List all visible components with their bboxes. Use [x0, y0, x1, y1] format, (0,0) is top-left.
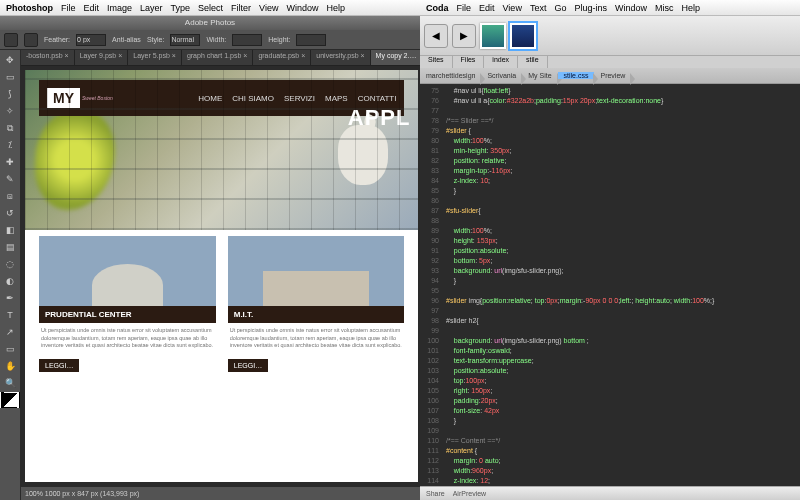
menu-item[interactable]: Filter: [231, 3, 251, 13]
doc-tab[interactable]: Layer 9.psb ×: [75, 50, 129, 65]
mode-tab[interactable]: Sites: [420, 56, 453, 68]
width-label: Width:: [206, 36, 226, 43]
menu-item[interactable]: Layer: [140, 3, 163, 13]
dodge-tool-icon[interactable]: ◐: [0, 273, 20, 289]
airpreview-button[interactable]: AirPreview: [453, 490, 486, 497]
nav-link: HOME: [198, 94, 222, 103]
status-bar: 100% 1000 px x 847 px (143,993 px): [21, 486, 422, 500]
menu-item[interactable]: Window: [286, 3, 318, 13]
height-label: Height:: [268, 36, 290, 43]
website-mock: MY Sweet Boston HOME CHI SIAMO SERVIZI M…: [25, 70, 418, 482]
forward-button[interactable]: ▶: [452, 24, 476, 48]
swatches-icon[interactable]: [0, 392, 20, 408]
code-editor[interactable]: 75 76 77 78 79 80 81 82 83 84 85 86 87 8…: [420, 84, 800, 486]
back-button[interactable]: ◀: [424, 24, 448, 48]
menu-item[interactable]: Text: [530, 3, 547, 13]
menu-item[interactable]: Help: [326, 3, 345, 13]
crumb-current[interactable]: stile.css: [558, 72, 595, 79]
menu-item[interactable]: Go: [554, 3, 566, 13]
eraser-tool-icon[interactable]: ◧: [0, 222, 20, 238]
menu-item[interactable]: Help: [681, 3, 700, 13]
doc-tab[interactable]: university.psb ×: [311, 50, 370, 65]
doc-tab[interactable]: -boston.psb ×: [21, 50, 75, 65]
menu-item[interactable]: View: [503, 3, 522, 13]
site-logo: MY: [47, 88, 80, 108]
window-title: Adobe Photos: [0, 16, 420, 30]
history-brush-icon[interactable]: ↺: [0, 205, 20, 221]
card-title: M.I.T.: [228, 306, 405, 323]
file-thumb-css[interactable]: [510, 23, 536, 49]
move-tool-icon[interactable]: ✥: [0, 52, 20, 68]
doc-tab[interactable]: My copy 2.…: [371, 50, 423, 65]
pen-tool-icon[interactable]: ✒: [0, 290, 20, 306]
hand-tool-icon[interactable]: ✋: [0, 358, 20, 374]
brush-tool-icon[interactable]: ✎: [0, 171, 20, 187]
mode-tab[interactable]: index: [484, 56, 518, 68]
nav-link: MAPS: [325, 94, 348, 103]
style-select[interactable]: [170, 34, 200, 46]
lasso-tool-icon[interactable]: ⟆: [0, 86, 20, 102]
site-tagline: Sweet Boston: [82, 95, 113, 101]
marquee-tool-icon[interactable]: [24, 33, 38, 47]
gradient-tool-icon[interactable]: ▤: [0, 239, 20, 255]
doc-tab[interactable]: graduate.psb ×: [253, 50, 311, 65]
nav-link: SERVIZI: [284, 94, 315, 103]
document-tabs: -boston.psb × Layer 9.psb × Layer 5.psb …: [21, 50, 422, 66]
card-text: Ut perspiciatis unde omnis iste natus er…: [39, 323, 216, 354]
path-bar: marchettidesign Scrivania My Site stile.…: [420, 68, 800, 84]
menu-item[interactable]: Type: [171, 3, 191, 13]
photoshop-menubar[interactable]: Photoshop File Edit Image Layer Type Sel…: [0, 0, 420, 16]
crumb[interactable]: My Site: [522, 72, 557, 79]
nav-link: CONTATTI: [358, 94, 397, 103]
crop-tool-icon[interactable]: ⧉: [0, 120, 20, 136]
type-tool-icon[interactable]: T: [0, 307, 20, 323]
ps-logo-icon: [4, 33, 18, 47]
share-button[interactable]: Share: [426, 490, 445, 497]
menu-item[interactable]: Misc: [655, 3, 674, 13]
tool-palette: ✥ ▭ ⟆ ✧ ⧉ ⁒ ✚ ✎ ⧇ ↺ ◧ ▤ ◌ ◐ ✒ T ↗ ▭ ✋ 🔍: [0, 50, 21, 500]
height-input[interactable]: [296, 34, 326, 46]
crumb-preview[interactable]: Preview: [594, 72, 631, 79]
heal-tool-icon[interactable]: ✚: [0, 154, 20, 170]
coda-toolbar: ◀ ▶: [420, 16, 800, 56]
shape-tool-icon[interactable]: ▭: [0, 341, 20, 357]
coda-menubar[interactable]: Coda File Edit View Text Go Plug-ins Win…: [420, 0, 800, 16]
wand-tool-icon[interactable]: ✧: [0, 103, 20, 119]
antialias-label[interactable]: Anti-alias: [112, 36, 141, 43]
menu-item[interactable]: View: [259, 3, 278, 13]
crumb[interactable]: marchettidesign: [420, 72, 481, 79]
marquee-tool-icon[interactable]: ▭: [0, 69, 20, 85]
doc-tab[interactable]: graph chart 1.psb ×: [182, 50, 254, 65]
code-area[interactable]: #nav ul li{float:left} #nav ul li a{colo…: [442, 84, 800, 486]
stamp-tool-icon[interactable]: ⧇: [0, 188, 20, 204]
file-thumb-html[interactable]: [480, 23, 506, 49]
doc-tab[interactable]: Layer 5.psb ×: [128, 50, 182, 65]
mode-tab[interactable]: stile: [518, 56, 547, 68]
mode-tab[interactable]: Files: [453, 56, 485, 68]
eyedropper-tool-icon[interactable]: ⁒: [0, 137, 20, 153]
nav-link: CHI SIAMO: [232, 94, 274, 103]
menu-item[interactable]: Select: [198, 3, 223, 13]
menu-item[interactable]: Window: [615, 3, 647, 13]
blur-tool-icon[interactable]: ◌: [0, 256, 20, 272]
app-name: Photoshop: [6, 3, 53, 13]
menu-item[interactable]: Plug-ins: [574, 3, 607, 13]
menu-item[interactable]: Edit: [84, 3, 100, 13]
card-image: [39, 236, 216, 306]
menu-item[interactable]: Edit: [479, 3, 495, 13]
options-bar: Feather: Anti-alias Style: Width: Height…: [0, 30, 420, 50]
crumb[interactable]: Scrivania: [481, 72, 522, 79]
menu-item[interactable]: Image: [107, 3, 132, 13]
path-tool-icon[interactable]: ↗: [0, 324, 20, 340]
menu-item[interactable]: File: [61, 3, 76, 13]
width-input[interactable]: [232, 34, 262, 46]
apple-logo-icon: [338, 125, 388, 185]
feather-input[interactable]: [76, 34, 106, 46]
app-name: Coda: [426, 3, 449, 13]
canvas[interactable]: MY Sweet Boston HOME CHI SIAMO SERVIZI M…: [21, 66, 422, 486]
zoom-tool-icon[interactable]: 🔍: [0, 375, 20, 391]
menu-item[interactable]: File: [457, 3, 472, 13]
coda-window: ◀ ▶ Sites Files index stile marchettides…: [420, 16, 800, 500]
site-nav: MY Sweet Boston HOME CHI SIAMO SERVIZI M…: [39, 80, 404, 116]
feather-label: Feather:: [44, 36, 70, 43]
